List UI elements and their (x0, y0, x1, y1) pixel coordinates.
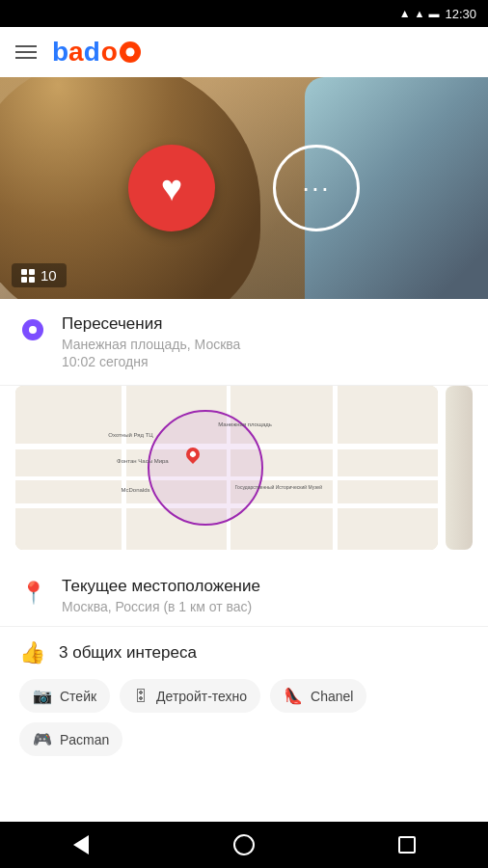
main-content: Пересечения Манежная площадь, Москва 10:… (0, 299, 488, 822)
map-pin (186, 448, 200, 461)
tag-detroit[interactable]: 🎛 Детройт-техно (120, 679, 260, 713)
crossing-place: Манежная площадь, Москва (62, 337, 469, 352)
map-label-1: Охотный Ряд ТЦ (108, 432, 152, 438)
home-icon (233, 834, 255, 855)
map-label-2: Манежная площадь (218, 421, 272, 427)
status-icons: ▲ ▲ ▬ (399, 7, 440, 20)
message-button[interactable]: ··· (273, 145, 360, 231)
location-subtitle: Москва, Россия (в 1 км от вас) (62, 599, 469, 614)
map-label-4: McDonalds (122, 487, 150, 493)
signal-icon: ▲ (399, 7, 411, 20)
status-bar: ▲ ▲ ▬ 12:30 (0, 0, 488, 27)
status-time: 12:30 (445, 7, 476, 21)
toolbar: b a d o (0, 27, 488, 77)
recents-button[interactable] (378, 822, 436, 868)
heart-icon: ♥ (161, 168, 183, 209)
map-label-5: Фонтан Часы Мира (117, 458, 169, 464)
tag-pacman-label: Pacman (60, 732, 109, 747)
like-button[interactable]: ♥ (128, 145, 215, 231)
location-section-icon: 📍 (19, 579, 46, 606)
location-outline-icon: 📍 (20, 581, 46, 606)
bottom-navigation (0, 822, 488, 868)
interests-header: 👍 3 общих интереса (19, 640, 469, 665)
photo-count: 10 (41, 267, 57, 284)
map-card-main[interactable]: Охотный Ряд ТЦ Манежная площадь Государс… (15, 386, 438, 550)
photo-counter[interactable]: 10 (12, 263, 67, 287)
map-background: Охотный Ряд ТЦ Манежная площадь Государс… (15, 386, 438, 550)
street-v1 (122, 386, 126, 550)
crossing-time: 10:02 сегодня (62, 354, 469, 369)
badoo-logo: b a d o (52, 39, 141, 66)
network-icon: ▲ (415, 8, 425, 19)
tag-steak[interactable]: 📷 Стейк (19, 679, 110, 713)
map-card-secondary[interactable] (446, 386, 473, 550)
battery-icon: ▬ (428, 8, 439, 19)
pacman-icon: 🎮 (33, 730, 52, 748)
tag-steak-label: Стейк (60, 689, 96, 704)
tag-chanel-label: Chanel (311, 689, 353, 704)
interests-tags: 📷 Стейк 🎛 Детройт-техно 👠 Chanel 🎮 Pacma… (19, 679, 469, 756)
steak-icon: 📷 (33, 687, 52, 705)
map-pin-dot (183, 445, 203, 464)
back-icon (73, 835, 89, 854)
location-content: Текущее местоположение Москва, Россия (в… (62, 577, 469, 614)
menu-button[interactable] (15, 45, 37, 59)
tag-chanel[interactable]: 👠 Chanel (270, 679, 366, 713)
home-button[interactable] (215, 822, 273, 868)
map-container: Охотный Ряд ТЦ Манежная площадь Государс… (0, 386, 488, 565)
back-button[interactable] (52, 822, 110, 868)
crossing-icon (19, 316, 46, 343)
crossing-item: Пересечения Манежная площадь, Москва 10:… (0, 299, 488, 386)
recents-icon (398, 836, 416, 854)
interests-section: 👍 3 общих интереса 📷 Стейк 🎛 Детройт-тех… (0, 627, 488, 770)
timeline: Пересечения Манежная площадь, Москва 10:… (0, 299, 488, 565)
location-title: Текущее местоположение (62, 577, 469, 596)
tag-pacman[interactable]: 🎮 Pacman (19, 722, 122, 756)
grid-icon (21, 269, 35, 283)
crossing-content: Пересечения Манежная площадь, Москва 10:… (62, 314, 469, 369)
message-icon: ··· (302, 173, 330, 203)
thumbsup-icon: 👍 (19, 640, 45, 665)
map-label-3: Государственный Исторический Музей (235, 484, 312, 490)
street-v3 (333, 386, 338, 550)
tag-detroit-label: Детройт-техно (156, 689, 247, 704)
hero-actions: ♥ ··· (0, 77, 488, 299)
location-dot-icon (22, 319, 43, 340)
hero-section: ♥ ··· 10 (0, 77, 488, 299)
detroit-icon: 🎛 (133, 688, 149, 705)
crossing-title: Пересечения (62, 314, 469, 334)
location-section: 📍 Текущее местоположение Москва, Россия … (0, 565, 488, 627)
interests-title: 3 общих интереса (59, 643, 197, 663)
chanel-icon: 👠 (284, 687, 303, 705)
